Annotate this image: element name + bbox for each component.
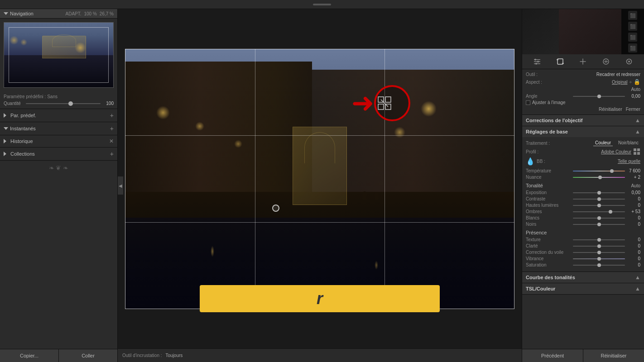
vibrance-thumb[interactable] xyxy=(597,257,601,261)
tool-icon-mask[interactable] xyxy=(601,57,610,66)
quantity-slider-thumb[interactable] xyxy=(68,101,73,106)
historique-triangle xyxy=(4,139,9,143)
blancs-thumb[interactable] xyxy=(597,216,601,220)
courbe-tonalites-section: Courbe des tonalités ▲ xyxy=(522,272,644,283)
texture-thumb[interactable] xyxy=(597,238,601,242)
reglages-base-header[interactable]: Réglages de base ▲ xyxy=(522,126,644,137)
contraste-thumb[interactable] xyxy=(597,197,601,201)
tool-icon-crop[interactable] xyxy=(556,57,565,66)
copy-button[interactable]: Copier... xyxy=(0,349,59,362)
collapse-nav-icon[interactable] xyxy=(4,12,8,15)
ombres-thumb[interactable] xyxy=(609,210,612,214)
eyedropper-icon[interactable]: 💧 xyxy=(526,157,535,166)
lock-icon[interactable]: 🔒 xyxy=(634,79,640,85)
clarte-thumb[interactable] xyxy=(597,244,601,248)
webcam-btn-4[interactable]: ⬛ xyxy=(628,43,637,52)
temperature-thumb[interactable] xyxy=(610,169,614,173)
collections-add[interactable]: + xyxy=(110,150,114,157)
ombres-value: + 53 xyxy=(627,209,640,214)
collapse-left-button[interactable]: ◀ xyxy=(118,176,123,195)
crop-handle-circle[interactable] xyxy=(272,205,279,212)
courbe-tonalites-header[interactable]: Courbe des tonalités ▲ xyxy=(522,272,644,283)
precedent-button[interactable]: Précédent xyxy=(522,349,583,362)
collections-header[interactable]: Collections + xyxy=(0,148,117,160)
nuance-thumb[interactable] xyxy=(598,176,602,179)
reglages-base-title: Réglages de base xyxy=(526,129,568,134)
tonalite-auto[interactable]: Auto xyxy=(631,183,640,188)
adapt-label[interactable]: ADAPT. xyxy=(65,11,81,16)
paste-button[interactable]: Coller xyxy=(59,349,117,362)
right-reinitialiser-button[interactable]: Réinitialiser xyxy=(583,349,644,362)
temperature-row: Température 7 600 xyxy=(526,168,640,173)
par-predef-header[interactable]: Par. prédef. + xyxy=(0,109,117,122)
crop-tool-icon xyxy=(377,96,407,110)
angle-slider[interactable] xyxy=(573,96,625,97)
tonalite-header[interactable]: Tonalité Auto xyxy=(526,181,640,190)
image-area[interactable]: ➜ xyxy=(118,9,522,348)
ombres-slider[interactable] xyxy=(573,211,625,212)
nav-thumbnail[interactable] xyxy=(4,22,114,88)
noirs-slider[interactable] xyxy=(573,224,625,225)
clarte-slider[interactable] xyxy=(573,246,625,247)
exposition-thumb[interactable] xyxy=(597,191,601,195)
exposition-slider[interactable] xyxy=(573,192,625,193)
traitement-noir-blanc[interactable]: Noir/blanc xyxy=(616,140,640,146)
instantanes-add[interactable]: + xyxy=(110,125,114,132)
angle-slider-thumb[interactable] xyxy=(597,95,601,98)
ajuster-checkbox[interactable] xyxy=(526,100,530,105)
nuance-slider[interactable] xyxy=(573,177,625,178)
quantity-slider[interactable] xyxy=(26,103,101,104)
profil-row: Profil : Adobe Couleur xyxy=(526,148,640,155)
instantanes-left: Instantanés xyxy=(4,126,36,131)
thumbnail-indicator xyxy=(9,27,109,83)
correction-voile-thumb[interactable] xyxy=(597,251,601,254)
par-predef-left: Par. prédef. xyxy=(4,113,36,118)
historique-close[interactable]: ✕ xyxy=(109,138,114,144)
svg-rect-1 xyxy=(385,97,391,102)
corrections-objectif-header[interactable]: Corrections de l'objectif ▲ xyxy=(522,115,644,126)
blancs-slider[interactable] xyxy=(573,218,625,219)
tool-icon-heal[interactable] xyxy=(578,57,587,66)
tool-icon-sliders[interactable] xyxy=(533,57,542,66)
aspect-value[interactable]: Original xyxy=(612,80,627,85)
webcam-btn-3[interactable]: ⬛ xyxy=(628,33,637,42)
contraste-slider[interactable] xyxy=(573,199,625,200)
presence-label: Présence xyxy=(526,230,547,235)
temperature-slider[interactable] xyxy=(573,171,625,171)
texture-slider[interactable] xyxy=(573,239,625,240)
noirs-thumb[interactable] xyxy=(597,223,601,226)
profil-value[interactable]: Adobe Couleur xyxy=(601,149,631,154)
blancs-row: Blancs 0 xyxy=(526,215,640,220)
profil-grid-icon[interactable] xyxy=(633,148,640,155)
auto-button[interactable]: Auto xyxy=(631,87,640,92)
fermer-button[interactable]: Fermer xyxy=(626,107,640,112)
presence-header[interactable]: Présence xyxy=(526,228,640,237)
tsl-couleur-header[interactable]: TSL/Couleur ▲ xyxy=(522,283,644,294)
historique-header[interactable]: Historique ✕ xyxy=(0,135,117,147)
correction-voile-slider[interactable] xyxy=(573,252,625,253)
webcam-btn-2[interactable]: ⬛ xyxy=(628,22,637,31)
par-predef-add[interactable]: + xyxy=(110,112,114,119)
reinitialiser-button[interactable]: Réinitialiser xyxy=(599,107,622,112)
saturation-slider[interactable] xyxy=(573,265,625,266)
nav-header-left: Navigation xyxy=(4,11,34,16)
bb-value[interactable]: Telle quelle xyxy=(618,159,640,164)
ajuster-row: Ajuster à l'image xyxy=(526,100,640,105)
instantanes-header[interactable]: Instantanés + xyxy=(0,122,117,135)
webcam-btn-1[interactable]: ⬛ xyxy=(628,11,637,20)
svg-line-4 xyxy=(381,100,388,107)
center-panel: ◀ xyxy=(118,9,522,362)
quantity-label: Quantité xyxy=(4,101,24,106)
hautes-lumieres-slider[interactable] xyxy=(573,205,625,206)
saturation-thumb[interactable] xyxy=(597,263,601,267)
corrections-objectif-title: Corrections de l'objectif xyxy=(526,118,582,123)
tool-icon-settings[interactable] xyxy=(625,57,634,66)
vibrance-slider[interactable] xyxy=(573,258,625,259)
ombres-row: Ombres + 53 xyxy=(526,209,640,214)
hautes-lumieres-thumb[interactable] xyxy=(597,204,601,207)
navigation-title: Navigation xyxy=(10,11,34,16)
traitement-couleur[interactable]: Couleur xyxy=(593,140,613,146)
nav-header-right: ADAPT. 100 % 26,7 % xyxy=(65,11,114,16)
nuance-row: Nuance + 2 xyxy=(526,175,640,180)
tool-incrustation-value[interactable]: Toujours xyxy=(166,353,183,358)
